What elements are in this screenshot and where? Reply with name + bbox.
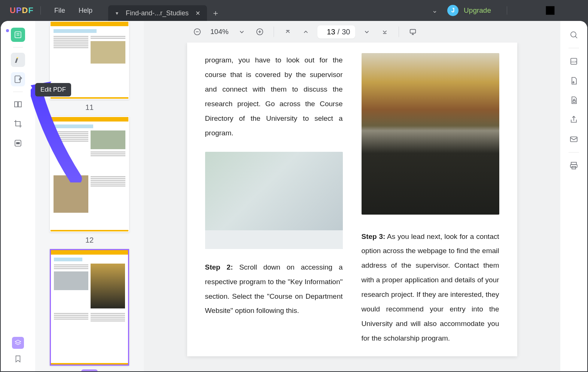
thumb-number-current: 13 bbox=[81, 369, 98, 371]
window-minimize-button[interactable] bbox=[519, 3, 536, 18]
paragraph: Step 2: Scroll down on accessing a respe… bbox=[205, 260, 343, 319]
comment-tool-button[interactable] bbox=[11, 53, 25, 67]
first-page-button[interactable] bbox=[281, 25, 294, 38]
separator bbox=[13, 47, 23, 47]
separator bbox=[13, 92, 23, 92]
separator bbox=[399, 27, 399, 37]
page-image-cambridge bbox=[362, 53, 499, 215]
zoom-value: 104% bbox=[209, 28, 230, 36]
left-sidebar bbox=[1, 21, 35, 371]
separator bbox=[569, 48, 579, 48]
prev-page-button[interactable] bbox=[299, 25, 312, 38]
window-maximize-button[interactable] bbox=[542, 3, 559, 18]
tab-title: Find-and-...r_Studies bbox=[126, 9, 189, 17]
separator bbox=[569, 152, 579, 153]
slideshow-button[interactable] bbox=[406, 25, 419, 38]
new-tab-button[interactable]: ＋ bbox=[208, 5, 223, 21]
titlebar: UPDF File Help ▾ Find-and-...r_Studies ✕… bbox=[0, 0, 588, 21]
next-page-button[interactable] bbox=[360, 25, 373, 38]
email-button[interactable] bbox=[567, 133, 580, 145]
organize-pages-button[interactable] bbox=[11, 97, 25, 111]
svg-line-2 bbox=[569, 6, 577, 15]
page-number-box[interactable]: / 30 bbox=[317, 25, 356, 39]
document-tab[interactable]: ▾ Find-and-...r_Studies ✕ bbox=[108, 5, 207, 21]
separator bbox=[274, 27, 274, 37]
step-label: Step 3: bbox=[362, 233, 386, 240]
file-menu[interactable]: File bbox=[48, 7, 72, 15]
thumbnails-panel[interactable]: 11 bbox=[35, 21, 144, 371]
edit-pdf-button[interactable] bbox=[11, 72, 25, 86]
tab-close-icon[interactable]: ✕ bbox=[194, 10, 202, 17]
svg-rect-19 bbox=[410, 30, 416, 33]
svg-rect-25 bbox=[570, 137, 577, 142]
bookmarks-panel-button[interactable] bbox=[14, 355, 22, 365]
page-sep: / bbox=[338, 28, 340, 36]
thumbnail-page-13[interactable]: 13 bbox=[46, 249, 132, 371]
svg-line-3 bbox=[569, 6, 577, 15]
thumb-number: 12 bbox=[85, 236, 94, 245]
zoom-dropdown-icon[interactable] bbox=[235, 25, 248, 38]
ai-indicator-dot bbox=[6, 29, 9, 32]
paragraph: Step 3: As you lead next, look for a con… bbox=[362, 230, 499, 346]
pdf-page: program, you have to look out for the co… bbox=[187, 43, 517, 356]
right-sidebar: OCR bbox=[560, 21, 587, 371]
edit-pdf-tooltip: Edit PDF bbox=[35, 83, 71, 96]
svg-rect-27 bbox=[570, 165, 577, 167]
crop-pages-button[interactable] bbox=[11, 117, 25, 131]
window-close-button[interactable] bbox=[564, 3, 581, 18]
page-image-students bbox=[205, 152, 343, 249]
page-number-input[interactable] bbox=[323, 28, 335, 36]
step-text: As you lead next, look for a contact opt… bbox=[362, 233, 499, 342]
svg-rect-4 bbox=[15, 32, 21, 38]
print-button[interactable] bbox=[567, 159, 580, 172]
convert-button[interactable] bbox=[567, 74, 580, 87]
svg-rect-8 bbox=[15, 102, 18, 107]
svg-line-21 bbox=[575, 36, 577, 38]
page-total: 30 bbox=[342, 28, 350, 36]
viewer-toolbar: 104% / 30 bbox=[144, 21, 560, 43]
app-logo: UPDF bbox=[10, 6, 34, 15]
svg-rect-24 bbox=[573, 101, 575, 102]
protect-button[interactable] bbox=[567, 94, 580, 107]
recent-dropdown-icon[interactable]: ⌄ bbox=[430, 6, 440, 15]
ocr-button[interactable]: OCR bbox=[567, 55, 580, 68]
redact-button[interactable] bbox=[11, 136, 25, 150]
svg-rect-9 bbox=[18, 102, 21, 107]
paragraph: program, you have to look out for the co… bbox=[205, 53, 343, 141]
svg-point-20 bbox=[571, 32, 576, 37]
step-label: Step 2: bbox=[205, 263, 233, 271]
zoom-out-button[interactable] bbox=[191, 25, 204, 38]
thumbnails-panel-button[interactable] bbox=[12, 337, 24, 349]
page-scroll-area[interactable]: program, you have to look out for the co… bbox=[144, 43, 560, 371]
last-page-button[interactable] bbox=[378, 25, 391, 38]
share-button[interactable] bbox=[567, 113, 580, 126]
svg-rect-26 bbox=[571, 162, 576, 165]
document-viewer: 104% / 30 program, you bbox=[144, 21, 560, 371]
upgrade-button[interactable]: Upgrade bbox=[464, 6, 491, 15]
divider bbox=[507, 6, 507, 15]
zoom-in-button[interactable] bbox=[253, 25, 266, 38]
tab-menu-chevron-icon[interactable]: ▾ bbox=[113, 10, 121, 16]
thumbnail-page-12[interactable]: 12 bbox=[46, 116, 132, 245]
search-button[interactable] bbox=[567, 28, 580, 41]
reader-mode-button[interactable] bbox=[11, 28, 25, 42]
svg-rect-1 bbox=[546, 6, 555, 15]
help-menu[interactable]: Help bbox=[72, 7, 99, 15]
svg-text:OCR: OCR bbox=[571, 61, 577, 63]
thumbnail-page-11[interactable]: 11 bbox=[46, 21, 132, 112]
svg-rect-11 bbox=[16, 142, 19, 144]
avatar[interactable]: J bbox=[447, 5, 458, 16]
divider bbox=[40, 6, 41, 15]
thumb-number: 11 bbox=[85, 103, 94, 112]
